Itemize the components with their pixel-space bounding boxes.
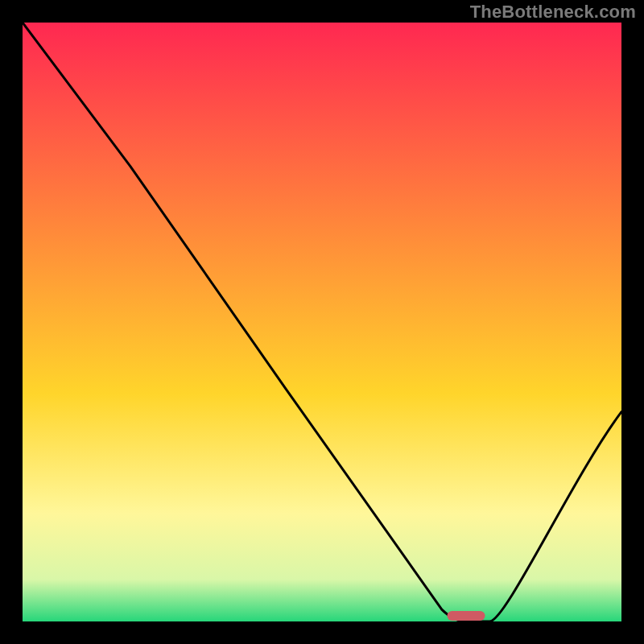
bottleneck-curve xyxy=(23,23,621,621)
watermark-label: TheBottleneck.com xyxy=(470,2,636,23)
plot-area xyxy=(23,23,621,621)
chart-frame: TheBottleneck.com xyxy=(0,0,644,644)
optimal-indicator xyxy=(447,611,485,621)
